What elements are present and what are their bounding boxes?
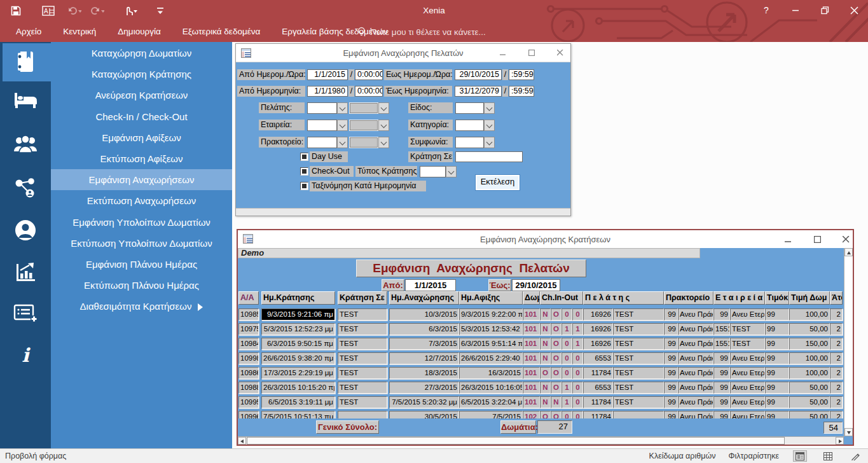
close-icon[interactable] [839, 233, 852, 245]
table-cell[interactable]: 6/3/2015 9:50:15 πμ [261, 338, 335, 350]
sidebar-item[interactable]: Εμφάνιση Υπολοίπων Δωματίων [51, 212, 232, 233]
table-cell[interactable]: 101 [523, 352, 540, 364]
rooms-bed-icon[interactable] [0, 92, 51, 109]
table-cell[interactable]: O [551, 411, 561, 418]
table-cell[interactable]: TEST [613, 352, 664, 364]
table-cell[interactable]: 2 [830, 338, 843, 350]
table-cell[interactable]: 99 [765, 338, 789, 350]
table-cell[interactable]: 0 [561, 308, 572, 321]
chevron-down-icon[interactable] [446, 166, 457, 177]
restore-button[interactable] [813, 1, 837, 19]
horizontal-scrollbar[interactable] [238, 436, 844, 445]
table-cell[interactable]: 0 [572, 382, 583, 394]
table-cell[interactable]: 101 [523, 308, 540, 321]
table-cell[interactable]: 6553 [583, 352, 613, 364]
chevron-down-icon[interactable] [484, 102, 495, 114]
table-cell[interactable]: Ανευ Πράκ [678, 338, 713, 350]
table-cell[interactable]: 5/3/2015 12:52:23 μμ [261, 323, 335, 335]
table-cell[interactable]: TEST [613, 308, 664, 321]
chevron-down-icon[interactable] [484, 120, 495, 131]
table-cell[interactable]: 2 [830, 323, 843, 335]
table-cell[interactable]: 16926 [583, 308, 613, 321]
table-cell[interactable]: 27/3/2015 [389, 382, 459, 394]
design-view-icon[interactable] [849, 450, 863, 462]
table-cell[interactable]: 99 [664, 308, 678, 321]
table-cell[interactable]: 6/3/2015 9:51:14 πμ [459, 338, 523, 350]
table-cell[interactable]: TEST [338, 382, 387, 394]
table-cell[interactable]: 1 [561, 396, 572, 408]
table-cell[interactable]: 11784 [583, 396, 613, 408]
table-cell[interactable]: TEST [730, 323, 765, 335]
sidebar-item[interactable]: Εμφάνιση Αναχωρήσεων [51, 169, 232, 190]
booking-in-field[interactable] [455, 151, 523, 162]
category-combo[interactable] [455, 120, 495, 131]
table-cell[interactable] [338, 411, 387, 418]
table-cell[interactable]: 2 [830, 411, 843, 418]
scrollbar-thumb[interactable] [247, 437, 785, 445]
table-cell[interactable]: 9/3/2015 9:22:00 πμ [459, 308, 523, 321]
minimize-button[interactable] [783, 1, 808, 19]
sidebar-item[interactable]: Διαθεσιμότητα Κρατήσεων [51, 296, 232, 317]
table-cell[interactable]: 101 [523, 367, 540, 379]
from-time2-field[interactable]: 0:00:00 [355, 86, 383, 97]
table-cell[interactable]: 101 [523, 382, 540, 394]
table-cell[interactable]: 0 [572, 367, 583, 379]
table-cell[interactable]: 100,00 [789, 352, 830, 364]
table-cell[interactable]: Ανευ Πράκ [678, 367, 713, 379]
table-cell[interactable]: 26/3/2015 10:16:05 πμ [459, 382, 523, 394]
table-cell[interactable]: 2 [830, 396, 843, 408]
table-cell[interactable]: 99 [765, 367, 789, 379]
sidebar-item[interactable]: Καταχώρηση Κράτησης [51, 64, 232, 85]
table-cell[interactable]: 99 [713, 352, 730, 364]
table-cell[interactable]: 1 [572, 338, 583, 350]
vertical-scrollbar[interactable] [844, 248, 853, 436]
table-cell[interactable]: O [540, 411, 551, 418]
table-cell[interactable]: TEST [613, 367, 664, 379]
company-combo[interactable] [307, 120, 348, 131]
table-cell[interactable]: O [551, 323, 561, 335]
table-cell[interactable]: Ανευ Ετερί [730, 411, 765, 418]
table-cell[interactable]: 2 [830, 352, 843, 364]
table-cell[interactable]: 99 [713, 396, 730, 408]
scroll-up-button[interactable] [844, 248, 853, 256]
table-cell[interactable]: N [540, 396, 551, 408]
sidebar-item[interactable]: Εκτύπωση Υπολοίπων Δωματίων [51, 233, 232, 254]
table-cell[interactable]: 99 [765, 382, 789, 394]
connections-share-icon[interactable] [0, 177, 51, 198]
table-cell[interactable]: O [551, 308, 561, 321]
table-cell[interactable]: 6/5/2015 3:19:11 μμ [261, 396, 335, 408]
table-cell[interactable]: 150,00 [789, 338, 830, 350]
table-cell[interactable]: TEST [338, 352, 387, 364]
table-cell[interactable]: 99 [713, 367, 730, 379]
scroll-right-button[interactable] [836, 437, 844, 445]
scroll-left-button[interactable] [238, 437, 246, 445]
table-cell[interactable]: 9/3/2015 9:21:06 πμ [261, 308, 335, 321]
maximize-button[interactable] [525, 47, 538, 59]
table-cell[interactable]: O [551, 352, 561, 364]
ribbon-tab-1[interactable]: Αρχείο [5, 22, 52, 42]
chevron-down-icon[interactable] [337, 102, 348, 114]
reservations-book-icon[interactable] [0, 50, 51, 74]
help-button[interactable]: ? [754, 1, 778, 19]
table-cell[interactable]: O [551, 382, 561, 394]
table-cell[interactable]: 99 [713, 382, 730, 394]
table-cell[interactable]: TEST [730, 338, 765, 350]
table-cell[interactable]: TEST [338, 308, 387, 321]
table-cell[interactable]: 1551 [713, 338, 730, 350]
minimize-button[interactable] [497, 47, 509, 59]
table-cell[interactable]: 101 [523, 396, 540, 408]
to-date-field[interactable]: 29/10/2015 [455, 69, 502, 80]
client-name-combo[interactable] [349, 102, 389, 114]
table-cell[interactable] [613, 411, 664, 418]
table-cell[interactable]: 99 [664, 382, 678, 394]
sidebar-item[interactable]: Εκτύπωση Αναχωρήσεων [51, 190, 232, 211]
chevron-down-icon[interactable] [378, 102, 389, 114]
window-titlebar[interactable]: Εμφάνιση Αναχώρησης Κρατήσεων [238, 230, 853, 248]
table-cell[interactable]: 26/6/2015 2:29:40 μμ [459, 352, 523, 364]
info-icon[interactable]: i [0, 345, 51, 366]
table-cell[interactable]: 26/6/2015 9:38:20 πμ [261, 352, 335, 364]
table-cell[interactable]: 10998 [238, 352, 259, 364]
table-cell[interactable]: 5/3/2015 12:53:42 μμ [459, 323, 523, 335]
ribbon-tab-4[interactable]: Εξωτερικά δεδομένα [172, 22, 271, 42]
table-cell[interactable]: 99 [664, 411, 678, 418]
